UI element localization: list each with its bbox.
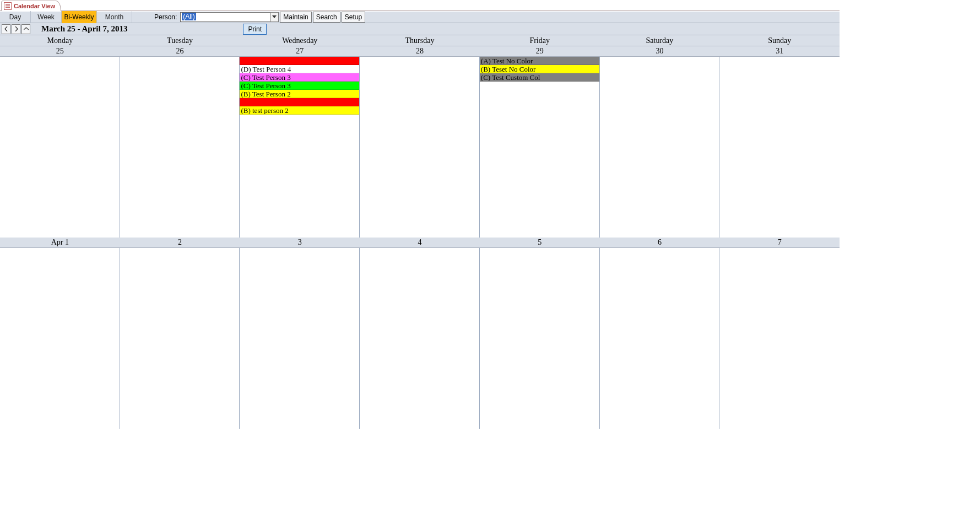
dow-cell: Thursday xyxy=(360,35,480,46)
person-combobox[interactable]: (All) xyxy=(180,12,270,22)
date-cell: Apr 1 xyxy=(0,238,120,247)
calendar-event[interactable]: (A) Test No Color xyxy=(480,57,599,65)
print-button[interactable]: Print xyxy=(243,24,267,35)
calendar-event[interactable]: (D) Test Person 4 xyxy=(240,65,359,73)
dow-cell: Monday xyxy=(0,35,120,46)
calendar-event[interactable]: (C) Test Person 3 xyxy=(240,82,359,90)
calendar-event[interactable]: (B) Test Person 2 xyxy=(240,90,359,98)
day-column[interactable] xyxy=(0,248,120,429)
week2-date-header: Apr 1 2 3 4 5 6 7 xyxy=(0,238,840,248)
date-cell: 3 xyxy=(240,238,360,247)
dow-cell: Tuesday xyxy=(120,35,240,46)
view-day-button[interactable]: Day xyxy=(0,11,31,23)
date-cell: 25 xyxy=(0,46,120,56)
dow-cell: Friday xyxy=(480,35,600,46)
toolbar: Day Week Bi-Weekly Month Person: (All) M… xyxy=(0,11,840,23)
date-cell: 31 xyxy=(719,46,840,56)
dow-cell: Saturday xyxy=(600,35,720,46)
calendar-event[interactable]: (B) test person 2 xyxy=(240,106,359,115)
day-column[interactable]: (A) Test No Color(B) Teset No Color(C) T… xyxy=(480,57,600,238)
date-cell: 5 xyxy=(480,238,600,247)
dow-header: Monday Tuesday Wednesday Thursday Friday… xyxy=(0,35,840,46)
week2-body xyxy=(0,248,840,429)
chevron-down-icon xyxy=(272,15,277,19)
date-cell: 30 xyxy=(600,46,720,56)
day-column[interactable] xyxy=(719,57,840,238)
dow-cell: Wednesday xyxy=(240,35,360,46)
dow-cell: Sunday xyxy=(719,35,840,46)
view-week-button[interactable]: Week xyxy=(31,11,62,23)
date-cell: 4 xyxy=(360,238,480,247)
date-cell: 28 xyxy=(360,46,480,56)
day-column[interactable] xyxy=(120,57,240,238)
week1-body: (A) N/A(D) Test Person 4(C) Test Person … xyxy=(0,57,840,238)
day-column[interactable] xyxy=(719,248,840,429)
search-button[interactable]: Search xyxy=(313,12,340,23)
calendar-event[interactable]: (C) Test Custom Col xyxy=(480,73,599,82)
date-cell: 7 xyxy=(719,238,840,247)
form-icon xyxy=(4,2,12,10)
day-column[interactable] xyxy=(600,57,720,238)
day-column[interactable] xyxy=(0,57,120,238)
tab-calendar-view[interactable]: Calendar View xyxy=(1,1,61,11)
chevron-left-icon xyxy=(4,26,8,31)
tab-label: Calendar View xyxy=(14,3,55,9)
calendar-event[interactable]: (A) test person 1 xyxy=(240,98,359,106)
tabstrip-divider xyxy=(0,10,840,11)
next-button[interactable] xyxy=(12,24,20,34)
date-range: March 25 - April 7, 2013 xyxy=(41,24,127,34)
person-value: (All) xyxy=(182,13,196,20)
up-button[interactable] xyxy=(21,24,30,34)
week1-date-header: 25 26 27 28 29 30 31 xyxy=(0,46,840,57)
date-cell: 6 xyxy=(600,238,720,247)
svg-marker-0 xyxy=(272,15,277,18)
calendar-event[interactable]: (B) Teset No Color xyxy=(480,65,599,73)
person-label: Person: xyxy=(154,13,177,21)
day-column[interactable] xyxy=(480,248,600,429)
view-biweekly-button[interactable]: Bi-Weekly xyxy=(62,11,97,23)
day-column[interactable]: (A) N/A(D) Test Person 4(C) Test Person … xyxy=(240,57,360,238)
date-cell: 27 xyxy=(240,46,360,56)
nav-row: March 25 - April 7, 2013 Print xyxy=(0,23,840,35)
calendar-event[interactable]: (A) N/A xyxy=(240,57,359,65)
setup-button[interactable]: Setup xyxy=(342,12,365,23)
day-column[interactable] xyxy=(600,248,720,429)
view-month-button[interactable]: Month xyxy=(97,11,132,23)
date-cell: 29 xyxy=(480,46,600,56)
date-cell: 26 xyxy=(120,46,240,56)
chevron-right-icon xyxy=(14,26,18,31)
maintain-button[interactable]: Maintain xyxy=(280,12,311,23)
chevron-up-icon xyxy=(24,27,29,31)
day-column[interactable] xyxy=(360,57,480,238)
person-dropdown-button[interactable] xyxy=(270,12,279,22)
date-cell: 2 xyxy=(120,238,240,247)
day-column[interactable] xyxy=(240,248,360,429)
calendar-event[interactable]: (C) Test Person 3 xyxy=(240,73,359,82)
day-column[interactable] xyxy=(120,248,240,429)
prev-button[interactable] xyxy=(2,24,10,34)
day-column[interactable] xyxy=(360,248,480,429)
document-tabs: Calendar View xyxy=(0,0,840,11)
